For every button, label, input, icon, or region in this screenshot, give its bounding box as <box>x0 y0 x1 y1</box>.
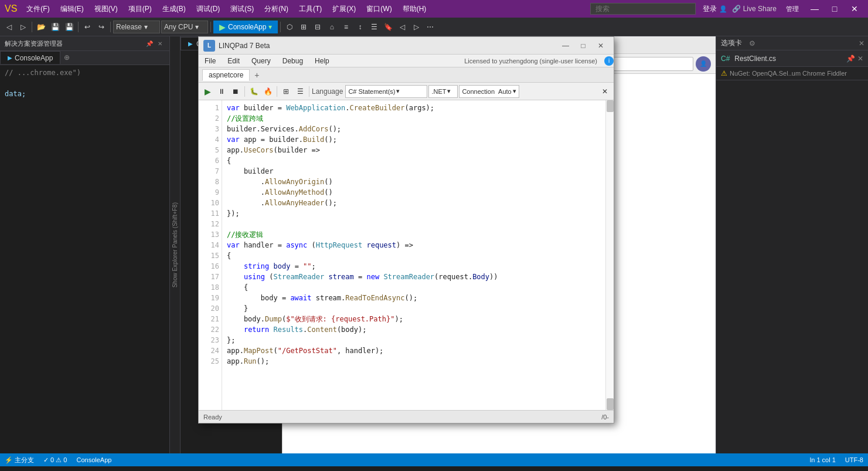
main-layout: 解决方案资源管理器 📌 ✕ ▶ ConsoleApp ⊕ // ...chrom… <box>0 36 868 453</box>
solution-panel: 解决方案资源管理器 📌 ✕ ▶ ConsoleApp ⊕ // ...chrom… <box>0 36 170 453</box>
toolbar-save-btn[interactable]: 💾 <box>49 21 62 33</box>
menu-extensions[interactable]: 扩展(X) <box>328 2 360 16</box>
lq-grid2-btn[interactable]: ☰ <box>294 85 307 98</box>
toolbar-btn10[interactable]: ▷ <box>410 21 423 33</box>
code-content[interactable]: var builder = WebApplication.CreateBuild… <box>222 100 605 410</box>
toolbar-btn3[interactable]: ⊟ <box>311 21 324 33</box>
vs-search-input[interactable] <box>590 3 696 15</box>
toolbar-btn1[interactable]: ⬡ <box>283 21 296 33</box>
toolbar-redo-btn[interactable]: ↪ <box>95 21 108 33</box>
menu-analyze[interactable]: 分析(N) <box>260 2 293 16</box>
code-line-25: app.Run(); <box>227 356 601 367</box>
toolbar-btn11[interactable]: ⋯ <box>424 21 437 33</box>
toolbar-undo-btn[interactable]: ↩ <box>81 21 94 33</box>
lq-sep2 <box>277 86 277 97</box>
sep5 <box>280 22 281 32</box>
menu-edit[interactable]: 编辑(E) <box>56 2 88 16</box>
menu-window[interactable]: 窗口(W) <box>362 2 396 16</box>
menu-project[interactable]: 项目(P) <box>124 2 156 16</box>
lq-connection-dropdown[interactable]: Connection Auto ▾ <box>459 85 519 98</box>
lq-menu-help[interactable]: Help <box>309 56 335 66</box>
lq-lang-label: C# Statement(s) <box>348 88 395 95</box>
toolbar-btn5[interactable]: ≡ <box>339 21 352 33</box>
code-line-19: body = await stream.ReadToEndAsync(); <box>227 293 601 303</box>
lq-debug-btn[interactable]: 🐛 <box>247 85 260 98</box>
play-icon: ▶ <box>219 22 226 32</box>
toolbar-open-btn[interactable]: 📂 <box>35 21 47 33</box>
code-line-11: }); <box>227 208 601 219</box>
live-share-btn[interactable]: 🔗 Live Share <box>727 5 781 13</box>
menu-debug[interactable]: 调试(D) <box>192 2 225 16</box>
lq-stop-btn[interactable]: ⏹ <box>229 85 242 98</box>
code-line-4: var app = builder.Build(); <box>227 134 601 145</box>
tab-add-btn[interactable]: ⊕ <box>60 51 73 64</box>
right-panel-file-close-btn[interactable]: ✕ <box>857 55 863 63</box>
lq-net-label: .NET <box>431 88 446 95</box>
statusbar-encoding: UTF-8 <box>845 456 863 463</box>
linqpad-new-tab[interactable]: + <box>251 69 263 81</box>
platform-dropdown[interactable]: Any CPU ▾ <box>161 21 208 33</box>
lq-pause-btn[interactable]: ⏸ <box>215 85 228 98</box>
right-panel-tab-label[interactable]: 选项卡 <box>716 38 747 48</box>
statusbar-branch[interactable]: ⚡ 主分支 <box>5 456 34 465</box>
menu-file[interactable]: 文件(F) <box>22 2 54 16</box>
manage-btn[interactable]: 管理 <box>786 5 799 13</box>
code-line-13: //接收逻辑 <box>227 229 601 240</box>
lq-fire-btn[interactable]: 🔥 <box>261 85 274 98</box>
editor-scrollbar[interactable] <box>605 100 614 410</box>
minimize-btn[interactable]: — <box>806 3 823 15</box>
right-panel-settings-icon[interactable]: ⚙ <box>749 39 755 48</box>
right-panel-close-btn[interactable]: ✕ <box>859 39 864 48</box>
explorer-strip-label[interactable]: Show Explorer Panels (Shift+F8) <box>172 202 178 287</box>
release-dropdown[interactable]: Release ▾ <box>113 21 160 33</box>
toolbar-btn6[interactable]: ↕ <box>353 21 366 33</box>
linqpad-query-tab[interactable]: aspnetcore <box>202 69 250 81</box>
vs-toolbar: ◁ ▷ 📂 💾 💾 ↩ ↪ Release ▾ Any CPU ▾ ▶ Cons… <box>0 18 868 36</box>
code-line-18: { <box>227 282 601 293</box>
lq-conn-auto: Auto <box>498 88 512 95</box>
right-panel-file-row: C# RestClient.cs 📌 ✕ <box>716 50 868 67</box>
lq-menu-debug[interactable]: Debug <box>277 56 309 66</box>
toolbar-saveall-btn[interactable]: 💾 <box>63 21 76 33</box>
lq-grid1-btn[interactable]: ⊞ <box>280 85 292 98</box>
lq-menu-edit[interactable]: Edit <box>222 56 246 66</box>
vs-titlebar: VS 文件(F) 编辑(E) 视图(V) 项目(P) 生成(B) 调试(D) 测… <box>0 0 868 18</box>
menu-help[interactable]: 帮助(H) <box>398 2 431 16</box>
lq-menu-query[interactable]: Query <box>246 56 277 66</box>
toolbar-btn8[interactable]: 🔖 <box>382 21 394 33</box>
toolbar-btn2[interactable]: ⊞ <box>297 21 310 33</box>
close-btn[interactable]: ✕ <box>846 3 863 15</box>
browser-profile-btn[interactable]: 👤 <box>696 56 711 72</box>
warning-text: NuGet: OpenQA.Sel..um Chrome Fiddler <box>730 70 847 77</box>
vs-user[interactable]: 登录 <box>703 4 717 14</box>
tab-consolapp[interactable]: ▶ ConsoleApp <box>0 51 60 64</box>
scrollbar-thumb-top <box>607 100 614 112</box>
menu-test[interactable]: 测试(S) <box>226 2 258 16</box>
linqpad-minimize[interactable]: — <box>557 40 574 52</box>
toolbar-forward-btn[interactable]: ▷ <box>16 21 29 33</box>
panel-pin-btn[interactable]: 📌 <box>145 39 154 48</box>
toolbar-btn7[interactable]: ☰ <box>367 21 380 33</box>
toolbar-btn4[interactable]: ⌂ <box>325 21 338 33</box>
menu-tools[interactable]: 工具(T) <box>294 2 326 16</box>
lq-close-btn[interactable]: ✕ <box>598 85 611 98</box>
code-line-16: string body = ""; <box>227 261 601 272</box>
lq-dotnet-dropdown[interactable]: .NET ▾ <box>428 85 458 98</box>
toolbar-back-btn[interactable]: ◁ <box>2 21 15 33</box>
menu-build[interactable]: 生成(B) <box>158 2 190 16</box>
linqpad-maximize[interactable]: □ <box>575 40 591 52</box>
maximize-btn[interactable]: □ <box>826 3 843 15</box>
right-panel-pin-btn[interactable]: 📌 <box>846 55 855 63</box>
toolbar-btn9[interactable]: ◁ <box>396 21 409 33</box>
code-line-1: var builder = WebApplication.CreateBuild… <box>227 103 601 113</box>
lq-language-dropdown[interactable]: C# Statement(s) ▾ <box>345 85 427 98</box>
lq-run-btn[interactable]: ▶ <box>201 85 214 98</box>
lq-conn-chevron: ▾ <box>513 87 516 95</box>
linqpad-close[interactable]: ✕ <box>593 40 609 52</box>
lq-menu-file[interactable]: File <box>199 56 222 66</box>
panel-close-btn[interactable]: ✕ <box>155 39 165 48</box>
explorer-strip: Show Explorer Panels (Shift+F8) <box>170 36 181 453</box>
run-button[interactable]: ▶ ConsoleApp ▾ <box>213 21 278 33</box>
menu-view[interactable]: 视图(V) <box>90 2 122 16</box>
right-panel-filename: RestClient.cs <box>734 55 776 63</box>
